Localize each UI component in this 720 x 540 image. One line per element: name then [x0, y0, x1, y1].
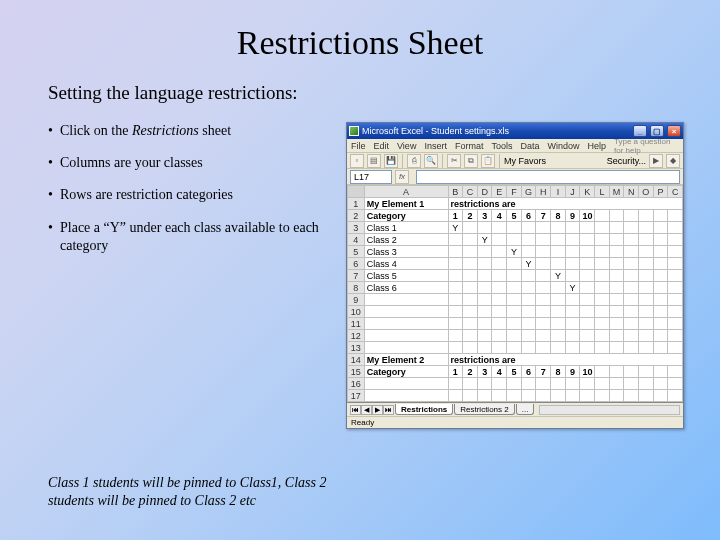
- cell[interactable]: [551, 390, 566, 402]
- cell[interactable]: [448, 378, 463, 390]
- col-header[interactable]: O: [639, 186, 654, 198]
- cell[interactable]: [609, 366, 624, 378]
- menu-tools[interactable]: Tools: [491, 141, 512, 151]
- cell[interactable]: [609, 330, 624, 342]
- cell[interactable]: [536, 318, 551, 330]
- cell[interactable]: [507, 258, 522, 270]
- cell[interactable]: [580, 234, 595, 246]
- cell[interactable]: [668, 318, 683, 330]
- cell[interactable]: [551, 246, 566, 258]
- cell[interactable]: [668, 210, 683, 222]
- open-icon[interactable]: ▤: [367, 154, 381, 168]
- cell[interactable]: [448, 246, 463, 258]
- cell[interactable]: [565, 294, 580, 306]
- cell[interactable]: [653, 282, 668, 294]
- cell[interactable]: [521, 234, 536, 246]
- cell[interactable]: Class 2: [364, 234, 448, 246]
- cell[interactable]: [565, 306, 580, 318]
- menu-window[interactable]: Window: [547, 141, 579, 151]
- cell[interactable]: [521, 282, 536, 294]
- cell[interactable]: [492, 330, 507, 342]
- cell[interactable]: Y: [448, 222, 463, 234]
- cell[interactable]: [653, 390, 668, 402]
- cell[interactable]: [653, 246, 668, 258]
- cell[interactable]: [507, 282, 522, 294]
- cell[interactable]: [448, 306, 463, 318]
- cell[interactable]: [521, 378, 536, 390]
- horizontal-scrollbar[interactable]: [539, 405, 680, 415]
- save-icon[interactable]: 💾: [384, 154, 398, 168]
- cell[interactable]: [565, 270, 580, 282]
- cell[interactable]: [639, 330, 654, 342]
- cell[interactable]: [521, 222, 536, 234]
- cell[interactable]: 4: [492, 210, 507, 222]
- cell[interactable]: [580, 270, 595, 282]
- cell[interactable]: [609, 306, 624, 318]
- cell[interactable]: [624, 270, 639, 282]
- cell[interactable]: [609, 390, 624, 402]
- cell[interactable]: [551, 330, 566, 342]
- cell[interactable]: [492, 270, 507, 282]
- row-header[interactable]: 4: [348, 234, 365, 246]
- cell[interactable]: Y: [507, 246, 522, 258]
- cell[interactable]: [364, 390, 448, 402]
- row-header[interactable]: 17: [348, 390, 365, 402]
- menu-format[interactable]: Format: [455, 141, 484, 151]
- row-header[interactable]: 15: [348, 366, 365, 378]
- cell[interactable]: [492, 222, 507, 234]
- cell[interactable]: [536, 246, 551, 258]
- cell[interactable]: Y: [551, 270, 566, 282]
- cell[interactable]: 2: [463, 366, 478, 378]
- cell[interactable]: [477, 306, 492, 318]
- row-header[interactable]: 1: [348, 198, 365, 210]
- row-header[interactable]: 7: [348, 270, 365, 282]
- cell[interactable]: [477, 222, 492, 234]
- cell[interactable]: [565, 246, 580, 258]
- cell[interactable]: [624, 210, 639, 222]
- cell[interactable]: [624, 246, 639, 258]
- cell[interactable]: [668, 330, 683, 342]
- nav-first-icon[interactable]: ⏮: [350, 405, 361, 415]
- col-header[interactable]: D: [477, 186, 492, 198]
- cell[interactable]: [492, 390, 507, 402]
- cell[interactable]: [551, 234, 566, 246]
- cell[interactable]: [639, 234, 654, 246]
- cell[interactable]: [595, 330, 610, 342]
- cell[interactable]: [507, 222, 522, 234]
- cell[interactable]: [609, 294, 624, 306]
- cell[interactable]: [653, 258, 668, 270]
- cell[interactable]: [653, 330, 668, 342]
- cell[interactable]: [609, 378, 624, 390]
- cell[interactable]: My Element 2: [364, 354, 448, 366]
- cell[interactable]: Class 6: [364, 282, 448, 294]
- cell[interactable]: 2: [463, 210, 478, 222]
- cell[interactable]: [536, 222, 551, 234]
- col-header[interactable]: F: [507, 186, 522, 198]
- cell[interactable]: [639, 210, 654, 222]
- cell[interactable]: [536, 234, 551, 246]
- row-header[interactable]: 10: [348, 306, 365, 318]
- cell[interactable]: [448, 318, 463, 330]
- cell[interactable]: [595, 270, 610, 282]
- cell[interactable]: [477, 246, 492, 258]
- cell[interactable]: [448, 258, 463, 270]
- cell[interactable]: [653, 270, 668, 282]
- cell[interactable]: [551, 282, 566, 294]
- cell[interactable]: [639, 294, 654, 306]
- cell[interactable]: 10: [580, 210, 595, 222]
- cell[interactable]: [639, 222, 654, 234]
- cell[interactable]: [364, 294, 448, 306]
- cell[interactable]: [624, 234, 639, 246]
- row-header[interactable]: 13: [348, 342, 365, 354]
- cell[interactable]: [364, 342, 448, 354]
- cell[interactable]: 7: [536, 366, 551, 378]
- cell[interactable]: [624, 366, 639, 378]
- cell[interactable]: [595, 222, 610, 234]
- cell[interactable]: [507, 270, 522, 282]
- cell[interactable]: [668, 390, 683, 402]
- cell[interactable]: [565, 378, 580, 390]
- cell[interactable]: 7: [536, 210, 551, 222]
- cell[interactable]: [609, 282, 624, 294]
- cell[interactable]: [463, 318, 478, 330]
- cell[interactable]: Class 5: [364, 270, 448, 282]
